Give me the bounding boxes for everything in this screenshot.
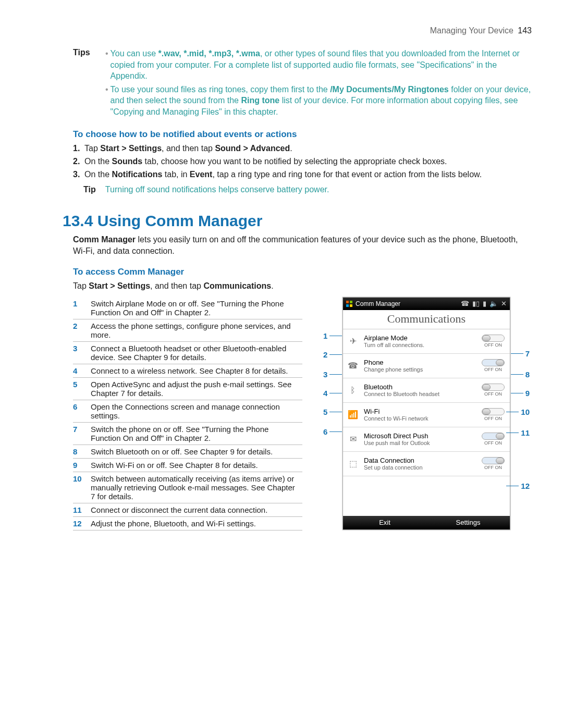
table-row: 11Connect or disconnect the current data… <box>73 503 302 516</box>
row-number: 6 <box>73 400 91 422</box>
comm-item-title: Phone <box>364 359 478 366</box>
toggle-label: OFF ON <box>481 416 506 421</box>
callout-right: 12 <box>504 482 530 490</box>
section-heading: 13.4 Using Comm Manager <box>63 212 532 230</box>
screen-title: Communications <box>343 310 510 329</box>
comm-item-subtitle: Use push mail for Outlook <box>364 440 478 446</box>
row-text: Access the phone settings, configure pho… <box>91 319 302 341</box>
comm-item-icon: ✈ <box>347 336 359 346</box>
toggle-switch[interactable]: OFF ON <box>481 433 506 446</box>
toggle-switch[interactable]: OFF ON <box>481 384 506 397</box>
row-number: 9 <box>73 458 91 472</box>
toggle-label: OFF ON <box>481 367 506 372</box>
softkey-left[interactable]: Exit <box>343 516 426 529</box>
step: 1. Tap Start > Settings, and then tap So… <box>83 143 532 154</box>
comm-item[interactable]: ✉Microsoft Direct PushUse push mail for … <box>343 427 510 452</box>
running-header: Managing Your Device 143 <box>31 26 532 35</box>
table-row: 5Open ActiveSync and adjust the push e-m… <box>73 377 302 400</box>
step: 3. On the Notifications tab, in Event, t… <box>83 169 532 180</box>
toggle-switch[interactable]: OFF ON <box>481 359 506 372</box>
status-icons: ☎ ▮▯ ▮ 🔈 ✕ <box>461 300 507 307</box>
row-number: 1 <box>73 297 91 319</box>
row-number: 12 <box>73 516 91 530</box>
row-text: Connect or disconnect the current data c… <box>91 503 302 516</box>
row-text: Switch Airplane Mode on or off. See "Tur… <box>91 297 302 319</box>
feature-table: 1Switch Airplane Mode on or off. See "Tu… <box>73 297 302 530</box>
row-text: Adjust the phone, Bluetooth, and Wi-Fi s… <box>91 516 302 530</box>
phone-empty-area <box>343 476 510 516</box>
toggle-switch[interactable]: OFF ON <box>481 408 506 421</box>
table-row: 4Connect to a wireless network. See Chap… <box>73 364 302 377</box>
callout-right: 8 <box>509 370 530 379</box>
comm-item-title: Microsoft Direct Push <box>364 432 478 440</box>
toggle-switch[interactable]: OFF ON <box>481 335 506 348</box>
comm-item-icon: ✉ <box>347 434 359 444</box>
chapter-name: Managing Your Device <box>430 26 513 35</box>
row-number: 11 <box>73 503 91 516</box>
inline-tip: Tip Turning off sound notifications help… <box>31 185 532 194</box>
comm-item-icon: ⬚ <box>347 459 359 468</box>
comm-item-title: Airplane Mode <box>364 334 478 342</box>
toggle-label: OFF ON <box>481 342 506 348</box>
row-number: 5 <box>73 377 91 400</box>
row-number: 2 <box>73 319 91 341</box>
comm-list: ✈Airplane ModeTurn off all connections.O… <box>343 329 510 476</box>
row-number: 10 <box>73 472 91 503</box>
comm-item[interactable]: ⬚Data ConnectionSet up data connectionOF… <box>343 452 510 476</box>
callout-left: 4 <box>323 389 344 398</box>
callout-right: 10 <box>504 408 530 416</box>
tip-label: Tip <box>83 185 96 194</box>
phone-titlebar: Comm Manager ☎ ▮▯ ▮ 🔈 ✕ <box>343 298 510 310</box>
screenshot-figure: 123456789101112 Comm Manager ☎ ▮▯ ▮ 🔈 ✕ … <box>321 297 532 530</box>
toggle-label: OFF ON <box>481 440 506 446</box>
comm-item-subtitle: Connect to Bluetooth headset <box>364 391 478 397</box>
comm-item[interactable]: ᛒBluetoothConnect to Bluetooth headsetOF… <box>343 378 510 403</box>
row-number: 3 <box>73 341 91 364</box>
intro-paragraph: Comm Manager lets you easily turn on and… <box>73 234 532 257</box>
table-row: 1Switch Airplane Mode on or off. See "Tu… <box>73 297 302 319</box>
comm-item[interactable]: ☎PhoneChange phone settingsOFF ON <box>343 354 510 378</box>
phone-softkeys: Exit Settings <box>343 516 510 529</box>
row-text: Switch between automatically receiving (… <box>91 472 302 503</box>
callout-left: 6 <box>323 427 344 436</box>
table-row: 12Adjust the phone, Bluetooth, and Wi-Fi… <box>73 516 302 530</box>
volume-icon: 🔈 <box>489 300 498 307</box>
comm-item-subtitle: Turn off all connections. <box>364 342 478 348</box>
tip-bullet: You can use *.wav, *.mid, *.mp3, *.wma, … <box>105 48 532 82</box>
step: 2. On the Sounds tab, choose how you wan… <box>83 156 532 167</box>
comm-item-icon: ᛒ <box>347 386 359 395</box>
subheading-access: To access Comm Manager <box>31 267 532 277</box>
subheading-notify: To choose how to be notified about event… <box>31 129 532 140</box>
signal-icon: ▮▯ <box>472 300 480 307</box>
tip-text: Turning off sound notifications helps co… <box>105 185 329 194</box>
comm-item[interactable]: 📶Wi-FiConnect to Wi-Fi networkOFF ON <box>343 403 510 427</box>
tips-body: You can use *.wav, *.mid, *.mp3, *.wma, … <box>105 48 532 120</box>
row-text: Connect to a wireless network. See Chapt… <box>91 364 302 377</box>
comm-item-subtitle: Set up data connection <box>364 464 478 471</box>
toggle-label: OFF ON <box>481 465 506 470</box>
comm-item-subtitle: Connect to Wi-Fi network <box>364 415 478 422</box>
softkey-right[interactable]: Settings <box>426 516 510 529</box>
toggle-label: OFF ON <box>481 391 506 397</box>
toggle-switch[interactable]: OFF ON <box>481 457 506 470</box>
row-text: Open ActiveSync and adjust the push e-ma… <box>91 377 302 400</box>
two-column-area: 1Switch Airplane Mode on or off. See "Tu… <box>31 297 532 530</box>
comm-item-title: Bluetooth <box>364 383 478 391</box>
row-number: 8 <box>73 445 91 458</box>
antenna-icon: ▮ <box>483 300 486 307</box>
row-text: Switch the phone on or off. See "Turning… <box>91 422 302 445</box>
row-text: Switch Wi-Fi on or off. See Chapter 8 fo… <box>91 458 302 472</box>
comm-item-icon: ☎ <box>347 361 359 371</box>
row-text: Switch Bluetooth on or off. See Chapter … <box>91 445 302 458</box>
comm-item-subtitle: Change phone settings <box>364 366 478 373</box>
table-row: 6Open the Connections screen and manage … <box>73 400 302 422</box>
table-row: 2Access the phone settings, configure ph… <box>73 319 302 341</box>
table-row: 8Switch Bluetooth on or off. See Chapter… <box>73 445 302 458</box>
callout-left: 3 <box>323 370 344 379</box>
row-text: Connect a Bluetooth headset or other Blu… <box>91 341 302 364</box>
row-number: 4 <box>73 364 91 377</box>
close-icon: ✕ <box>501 300 507 307</box>
phone-screenshot: Comm Manager ☎ ▮▯ ▮ 🔈 ✕ Communications ✈… <box>342 297 510 530</box>
tip-bullet: To use your sound files as ring tones, c… <box>105 84 532 118</box>
comm-item[interactable]: ✈Airplane ModeTurn off all connections.O… <box>343 329 510 354</box>
